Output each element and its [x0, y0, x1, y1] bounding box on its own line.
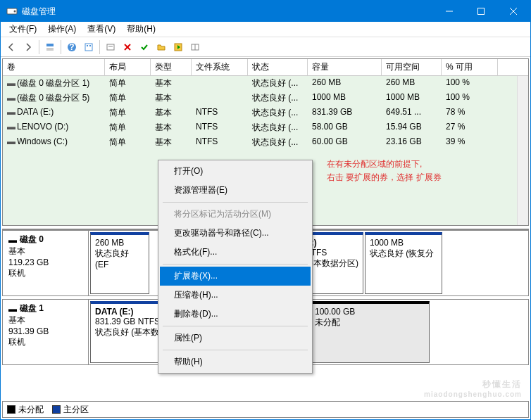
svg-rect-13 — [107, 44, 114, 50]
col-status[interactable]: 状态 — [248, 59, 308, 75]
disk-info[interactable]: ▬磁盘 0基本119.23 GB联机 — [3, 231, 89, 295]
refresh-button[interactable] — [103, 39, 118, 55]
col-pctfree[interactable]: % 可用 — [442, 59, 498, 75]
cm-format[interactable]: 格式化(F)... — [160, 243, 311, 262]
menubar: 文件(F) 操作(A) 查看(V) 帮助(H) — [1, 22, 530, 37]
col-type[interactable]: 类型 — [151, 59, 192, 75]
partition-unallocated[interactable]: 100.00 GB未分配 — [310, 301, 430, 363]
menu-view[interactable]: 查看(V) — [82, 22, 121, 37]
minimize-button[interactable] — [433, 1, 465, 22]
svg-rect-3 — [477, 8, 484, 15]
table-row[interactable]: ▬(磁盘 0 磁盘分区 5)简单基本状态良好 (...1000 MB1000 M… — [3, 91, 528, 106]
legend-bar: 未分配 主分区 — [2, 401, 529, 418]
close-button[interactable] — [496, 1, 530, 22]
cm-changeletter[interactable]: 更改驱动器号和路径(C)... — [160, 224, 311, 243]
svg-rect-6 — [46, 44, 54, 46]
settings-button[interactable] — [81, 39, 96, 55]
context-menu: 打开(O) 资源管理器(E) 将分区标记为活动分区(M) 更改驱动器号和路径(C… — [158, 160, 313, 374]
cm-explorer[interactable]: 资源管理器(E) — [160, 181, 311, 200]
table-row[interactable]: ▬DATA (E:)简单基本NTFS状态良好 (...831.39 GB649.… — [3, 106, 528, 120]
svg-rect-7 — [46, 48, 54, 51]
swatch-primary — [52, 405, 61, 414]
menu-file[interactable]: 文件(F) — [4, 22, 42, 37]
list-button[interactable] — [187, 39, 203, 55]
svg-point-1 — [14, 11, 16, 13]
table-row[interactable]: ▬(磁盘 0 磁盘分区 1)简单基本状态良好 (...260 MB260 MB1… — [3, 76, 528, 91]
annotation-text: 在有未分配区域的前提下, 右击 要扩展的券，选择 扩展券 — [327, 158, 442, 184]
maximize-button[interactable] — [465, 1, 496, 22]
swatch-unalloc — [7, 405, 15, 414]
col-fs[interactable]: 文件系统 — [192, 59, 248, 75]
app-icon — [6, 6, 18, 17]
svg-rect-11 — [87, 45, 88, 46]
cm-markactive: 将分区标记为活动分区(M) — [160, 205, 311, 224]
disk-info[interactable]: ▬磁盘 1基本931.39 GB联机 — [3, 300, 89, 364]
svg-text:?: ? — [69, 42, 74, 52]
partition[interactable]: 1000 MB状态良好 (恢复分 — [365, 232, 442, 294]
delete-button[interactable] — [120, 39, 135, 55]
content-area: 卷 布局 类型 文件系统 状态 容量 可用空间 % 可用 ▬(磁盘 0 磁盘分区… — [1, 57, 530, 419]
partition[interactable]: 260 MB状态良好 (EF — [90, 232, 149, 294]
menu-action[interactable]: 操作(A) — [42, 22, 82, 37]
svg-rect-12 — [89, 45, 91, 46]
cm-open[interactable]: 打开(O) — [160, 162, 311, 181]
col-free[interactable]: 可用空间 — [382, 59, 442, 75]
view-top-button[interactable] — [42, 39, 58, 55]
back-button[interactable] — [4, 39, 19, 55]
table-header: 卷 布局 类型 文件系统 状态 容量 可用空间 % 可用 — [3, 59, 528, 76]
table-row[interactable]: ▬Windows (C:)简单基本NTFS状态良好 (...60.00 GB23… — [3, 135, 528, 150]
legend-unalloc: 未分配 — [18, 404, 44, 416]
action-button[interactable] — [170, 39, 186, 55]
window-title: 磁盘管理 — [22, 6, 433, 18]
cm-delete[interactable]: 删除卷(D)... — [160, 305, 311, 324]
col-volume[interactable]: 卷 — [3, 59, 105, 75]
disk-management-window: 磁盘管理 文件(F) 操作(A) 查看(V) 帮助(H) ? 卷 布局 — [0, 0, 531, 420]
table-row[interactable]: ▬LENOVO (D:)简单基本NTFS状态良好 (...58.00 GB15.… — [3, 120, 528, 135]
svg-rect-10 — [85, 44, 92, 51]
cm-properties[interactable]: 属性(P) — [160, 329, 311, 348]
legend-primary: 主分区 — [63, 404, 89, 416]
forward-button[interactable] — [20, 39, 36, 55]
cm-help[interactable]: 帮助(H) — [160, 352, 311, 371]
col-layout[interactable]: 布局 — [105, 59, 151, 75]
cm-extend[interactable]: 扩展卷(X)... — [160, 267, 311, 286]
col-capacity[interactable]: 容量 — [308, 59, 382, 75]
titlebar[interactable]: 磁盘管理 — [1, 1, 530, 22]
menu-help[interactable]: 帮助(H) — [121, 22, 161, 37]
folder-button[interactable] — [154, 39, 169, 55]
help-button[interactable]: ? — [64, 39, 80, 55]
toolbar: ? — [1, 37, 530, 57]
check-button[interactable] — [137, 39, 152, 55]
scrollbar-vertical[interactable] — [517, 73, 528, 225]
cm-shrink[interactable]: 压缩卷(H)... — [160, 286, 311, 305]
